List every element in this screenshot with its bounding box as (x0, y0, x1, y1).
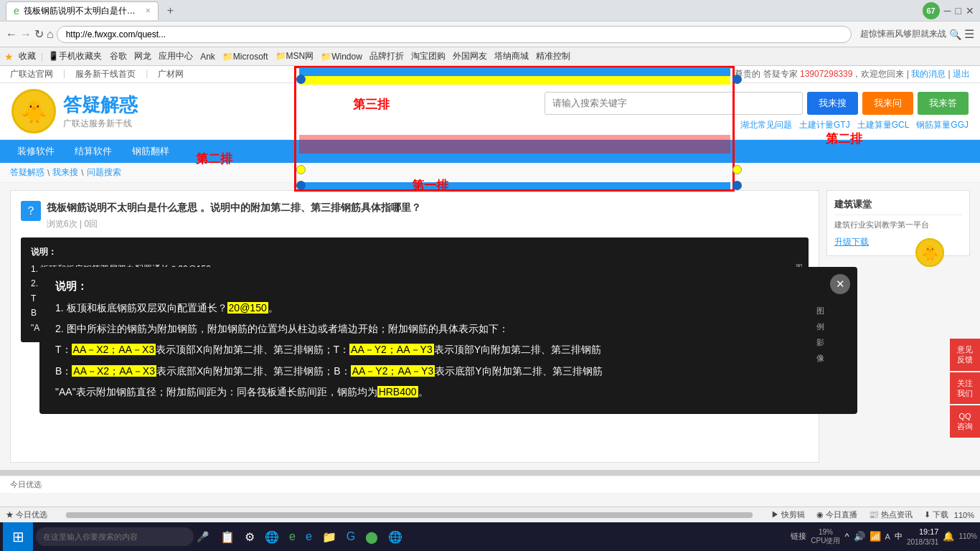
overlay-line-3: T：AA－X2；AA－X3表示顶部X向附加第二排、第三排钢筋；T：AA－Y2；A… (55, 341, 842, 359)
input-method-icon[interactable]: 中 (895, 531, 903, 542)
user-info: 尊贵的 答疑专家 13907298339，欢迎您回来 | 我的消息 | 退出 (735, 68, 970, 80)
bookmark-tana[interactable]: 塔纳商城 (491, 49, 532, 64)
widget-sub: 建筑行业实训教学第一平台 (834, 220, 962, 230)
keyboard-icon: A (885, 532, 890, 541)
bookmark-precise[interactable]: 精准控制 (533, 49, 573, 64)
bookmark-brand[interactable]: 品牌打折 (367, 49, 407, 64)
close-button[interactable]: ✕ (966, 5, 974, 17)
taskbar-icon-2[interactable]: ⚙ (242, 527, 258, 547)
link-label: 链接 (791, 531, 806, 542)
answer-button[interactable]: 我来答 (918, 92, 969, 115)
nav-fwxgx[interactable]: 服务新干线首页 (75, 68, 136, 80)
question-icon: ？ (21, 201, 41, 221)
overlay-heading: 说明： (55, 280, 842, 293)
minimize-button[interactable]: ─ (944, 5, 951, 17)
breadcrumb-search[interactable]: 我来搜 (52, 166, 78, 179)
breadcrumb-home[interactable]: 答疑解惑 (10, 166, 44, 179)
taskbar-icon-8[interactable]: ⬤ (362, 527, 381, 547)
jrzb-label[interactable]: ◉ 今日直播 (816, 509, 857, 520)
taskbar: ⊞ 🎤 📋 ⚙ 🌐 e e 📁 G ⬤ 🌐 链接 19%CPU使用 ^ 🔊 📶 … (0, 522, 980, 551)
forward-button[interactable]: → (20, 28, 32, 41)
taskbar-icon-7[interactable]: G (344, 527, 358, 546)
bookmark-yingyong[interactable]: 应用中心 (156, 49, 196, 64)
nav-gcw[interactable]: 广材网 (158, 68, 184, 80)
jryx-label[interactable]: ★ 今日优选 (6, 509, 47, 520)
clock[interactable]: 19:17 2018/3/31 (907, 527, 939, 546)
network-icon[interactable]: 📶 (870, 531, 881, 542)
bookmark-msn[interactable]: 📁MSN网 (273, 49, 317, 64)
bookmark-shoucan[interactable]: 收藏 (15, 49, 39, 64)
overlay-line-1: 1. 板顶和板底钢筋双层双向配置通长？20@150。 (55, 299, 842, 317)
overlay-side-icons: 图例影像 (816, 303, 824, 366)
home-button[interactable]: ⌂ (47, 28, 54, 41)
hot-tag-4[interactable]: 钢筋算量GGJ (916, 119, 969, 131)
bookmark-mobile[interactable]: 📱手机收藏夹 (44, 49, 105, 64)
start-button[interactable]: ⊞ (3, 522, 33, 551)
taskbar-icon-6[interactable]: 📁 (319, 527, 339, 547)
logo-subtitle: 广联达服务新干线 (63, 118, 138, 130)
browser-tab[interactable]: e 筏板钢筋说明不太明白是什么意思 × (6, 1, 159, 20)
nav-gld[interactable]: 广联达官网 (10, 68, 53, 80)
sidebar-widget: 建筑课堂 建筑行业实训教学第一平台 升级下载 (826, 190, 970, 256)
search-icon[interactable]: 🔍 (949, 29, 961, 40)
site-nav: 广联达官网 | 服务新干线首页 | 广材网 (10, 68, 184, 80)
rdzx-label[interactable]: 📰 热点资讯 (869, 509, 913, 520)
logo-title: 答疑解惑 (63, 93, 138, 118)
widget-title: 建筑课堂 (834, 198, 962, 215)
notification-icon[interactable]: 🔔 (943, 531, 954, 542)
bookmark-wanglong[interactable]: 网龙 (131, 49, 154, 64)
nav-js[interactable]: 结算软件 (65, 140, 122, 163)
question-title: 筏板钢筋说明不太明白是什么意思 。说明中的附加第二排、第三排钢筋具体指哪里？ (47, 201, 421, 215)
settings-icon[interactable]: ☰ (964, 27, 974, 41)
my-messages[interactable]: 我的消息 (911, 69, 946, 79)
bookmark-taobao[interactable]: 淘宝团购 (408, 49, 448, 64)
bookmark-microsoft[interactable]: 📁Microsoft (220, 50, 271, 63)
bookmark-google[interactable]: 谷歌 (107, 49, 130, 64)
ask-button[interactable]: 我来问 (862, 92, 913, 115)
tray-icon-1[interactable]: ^ (844, 531, 849, 542)
logo-mascot: 🐥 (11, 89, 56, 133)
tab-close-icon[interactable]: × (146, 6, 151, 16)
scrollbar[interactable] (0, 470, 980, 476)
search-button[interactable]: 我来搜 (807, 92, 858, 115)
answer-heading: 说明： (31, 245, 798, 259)
restore-button[interactable]: □ (956, 5, 961, 17)
taskbar-icon-9[interactable]: 🌐 (385, 527, 405, 547)
hot-tag-2[interactable]: 土建计量GTJ (799, 119, 850, 131)
jjj-label[interactable]: ▶ 快剪辑 (771, 509, 805, 520)
follow-button[interactable]: 关注我们 (950, 372, 980, 405)
feedback-button[interactable]: 意见反馈 (950, 339, 980, 371)
search-input[interactable] (545, 92, 803, 115)
bookmark-ank[interactable]: Ank (197, 50, 218, 63)
taskbar-icon-3[interactable]: 🌐 (262, 527, 282, 547)
new-tab-button[interactable]: + (161, 1, 179, 20)
cpu-info: 19%CPU使用 (811, 528, 840, 545)
breadcrumb-current[interactable]: 问题搜索 (87, 166, 121, 179)
nav-zx[interactable]: 装修软件 (7, 140, 65, 163)
taskbar-icon-4[interactable]: e (286, 527, 298, 546)
bottom-bar: ★ 今日优选 ▶ 快剪辑 ◉ 今日直播 📰 热点资讯 ⬇ 下载 110% (0, 507, 980, 522)
overlay-close-button[interactable]: ✕ (830, 274, 850, 294)
microphone-icon[interactable]: 🎤 (197, 531, 209, 542)
sound-icon[interactable]: 🔊 (854, 531, 865, 542)
taskbar-icon-5[interactable]: e (303, 527, 315, 546)
taskbar-search[interactable] (36, 527, 194, 546)
qq-button[interactable]: QQ咨询 (950, 405, 980, 438)
bookmark-window[interactable]: 📁Window (318, 50, 365, 63)
overlay-line-5: "AA"表示附加钢筋直径；附加筋间距为：同各筏板通长筋间距，钢筋均为HRB400… (55, 383, 842, 401)
taskbar-tray: 链接 19%CPU使用 ^ 🔊 📶 A 中 19:17 2018/3/31 🔔 … (791, 527, 977, 546)
taskbar-icon-1[interactable]: 📋 (217, 527, 237, 547)
refresh-button[interactable]: ↻ (34, 27, 44, 41)
address-bar[interactable] (57, 26, 852, 43)
download-icon[interactable]: ⬇ 下载 (924, 509, 948, 520)
nav-gjfy[interactable]: 钢筋翻样 (122, 140, 179, 163)
bookmark-foreign[interactable]: 外国网友 (450, 49, 490, 64)
progress-bar (66, 512, 753, 518)
hot-tag-1[interactable]: 湖北常见问题 (740, 119, 792, 131)
counter-badge: 67 (923, 2, 940, 19)
back-button[interactable]: ← (6, 28, 17, 41)
right-nav-text: 超惊悚画风够胆就来战 (860, 28, 946, 40)
status-bar-bottom: 今日优选 (0, 476, 980, 493)
logout[interactable]: 退出 (953, 69, 970, 79)
hot-tag-3[interactable]: 土建算量GCL (857, 119, 910, 131)
